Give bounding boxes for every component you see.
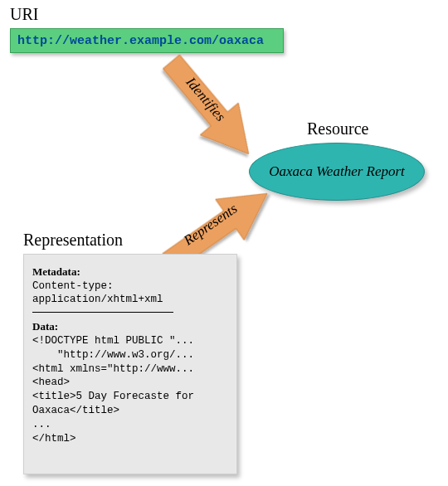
resource-label: Oaxaca Weather Report [269,163,405,180]
metadata-content: Content-type: application/xhtml+xml [32,279,228,308]
uri-box: http://weather.example.com/oaxaca [10,28,284,53]
representation-heading: Representation [23,231,123,250]
divider [32,312,173,313]
data-title: Data: [32,319,228,334]
data-content: <!DOCTYPE html PUBLIC "... "http://www.w… [32,334,228,446]
resource-heading: Resource [307,119,368,139]
representation-box: Metadata: Content-type: application/xhtm… [23,254,237,474]
metadata-title: Metadata: [32,265,228,279]
uri-heading: URI [10,5,38,24]
